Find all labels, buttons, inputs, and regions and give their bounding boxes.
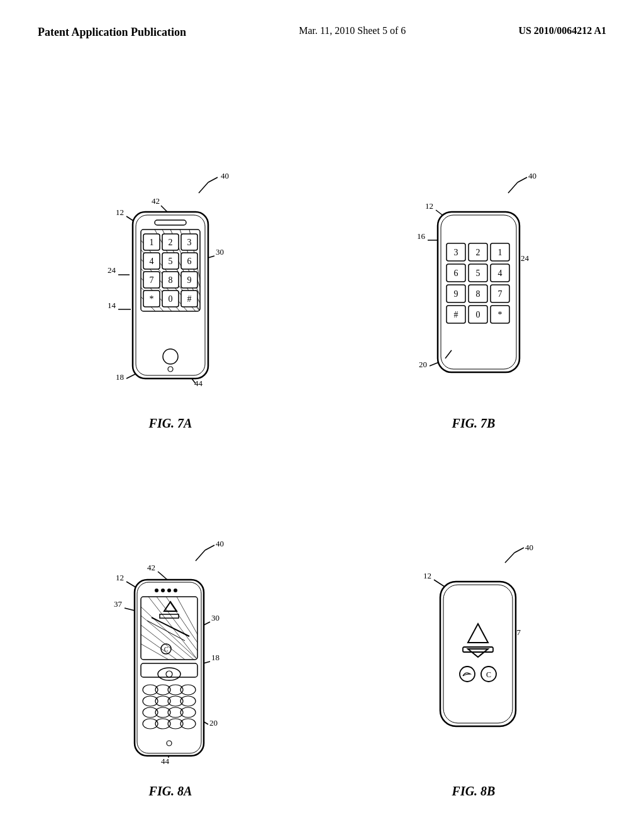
fig8b-svg: 40 12 27 C xyxy=(395,539,552,778)
svg-line-98 xyxy=(196,550,205,561)
svg-text:#: # xyxy=(454,310,458,319)
svg-text:18: 18 xyxy=(116,372,124,382)
svg-text:9: 9 xyxy=(454,289,458,299)
svg-text:40: 40 xyxy=(528,171,536,180)
figure-8b-cell: 40 12 27 C FIG. 8 xyxy=(328,450,619,805)
svg-text:40: 40 xyxy=(216,539,224,548)
svg-rect-121 xyxy=(141,597,197,660)
svg-text:*: * xyxy=(498,310,502,319)
svg-line-158 xyxy=(505,553,514,563)
svg-text:*: * xyxy=(150,294,154,304)
svg-text:6: 6 xyxy=(454,268,458,278)
svg-text:8: 8 xyxy=(169,275,173,285)
svg-text:24: 24 xyxy=(521,253,530,263)
svg-text:42: 42 xyxy=(147,563,155,572)
fig7b-label: FIG. 7B xyxy=(452,416,496,431)
figure-8a-cell: 40 42 12 37 30 18 20 44 xyxy=(25,450,316,805)
svg-text:3: 3 xyxy=(454,248,458,257)
svg-line-99 xyxy=(205,545,214,550)
svg-text:8: 8 xyxy=(476,289,480,299)
svg-text:30: 30 xyxy=(211,613,219,622)
svg-point-120 xyxy=(174,589,177,592)
svg-text:18: 18 xyxy=(211,653,219,662)
page-header: Patent Application Publication Mar. 11, … xyxy=(0,25,644,40)
svg-line-61 xyxy=(518,177,527,182)
svg-text:40: 40 xyxy=(221,171,229,180)
svg-text:37: 37 xyxy=(114,599,123,609)
svg-text:1: 1 xyxy=(498,248,502,257)
svg-text:16: 16 xyxy=(417,231,426,241)
svg-text:44: 44 xyxy=(161,756,170,766)
header-title: Patent Application Publication xyxy=(38,25,186,40)
svg-text:6: 6 xyxy=(187,257,192,266)
svg-text:0: 0 xyxy=(476,310,480,319)
svg-text:1: 1 xyxy=(150,238,154,247)
svg-rect-166 xyxy=(443,585,513,723)
svg-text:24: 24 xyxy=(108,265,116,275)
svg-text:40: 40 xyxy=(525,543,533,552)
svg-text:5: 5 xyxy=(169,257,173,266)
fig8a-label: FIG. 8A xyxy=(149,784,192,799)
svg-text:2: 2 xyxy=(476,248,480,257)
svg-point-117 xyxy=(155,589,158,592)
fig7a-svg: 40 42 12 24 30 14 18 44 xyxy=(92,171,249,410)
fig8a-svg: 40 42 12 37 30 18 20 44 xyxy=(92,539,249,778)
svg-text:4: 4 xyxy=(498,268,502,278)
svg-line-1 xyxy=(208,177,218,182)
svg-text:12: 12 xyxy=(423,571,431,580)
figure-7a-cell: 40 42 12 24 30 14 18 44 xyxy=(25,82,316,437)
fig7a-label: FIG. 7A xyxy=(149,416,192,431)
svg-text:9: 9 xyxy=(187,275,192,285)
figures-grid: 40 42 12 24 30 14 18 44 xyxy=(25,82,619,805)
svg-text:12: 12 xyxy=(425,201,433,211)
svg-line-101 xyxy=(158,572,167,580)
svg-text:44: 44 xyxy=(194,379,203,388)
svg-text:30: 30 xyxy=(216,247,224,257)
svg-point-119 xyxy=(167,589,171,592)
svg-line-60 xyxy=(508,182,518,193)
svg-line-0 xyxy=(199,182,208,193)
svg-text:42: 42 xyxy=(152,196,160,206)
svg-text:C: C xyxy=(486,670,491,679)
fig8b-label: FIG. 8B xyxy=(452,784,496,799)
svg-text:14: 14 xyxy=(108,301,116,310)
fig7b-svg: 40 12 16 24 20 3 2 1 xyxy=(395,171,552,410)
svg-text:5: 5 xyxy=(476,268,480,278)
svg-text:2: 2 xyxy=(169,238,173,247)
svg-text:20: 20 xyxy=(209,718,218,728)
svg-text:12: 12 xyxy=(116,208,124,217)
svg-text:3: 3 xyxy=(187,238,192,247)
svg-point-118 xyxy=(161,589,165,592)
svg-text:7: 7 xyxy=(498,289,502,299)
svg-text:C: C xyxy=(164,646,169,653)
svg-text:0: 0 xyxy=(169,294,173,304)
svg-text:20: 20 xyxy=(419,360,427,369)
figure-7b-cell: 40 12 16 24 20 3 2 1 xyxy=(328,82,619,437)
svg-text:12: 12 xyxy=(116,573,124,582)
svg-text:4: 4 xyxy=(150,257,154,266)
header-date-sheet: Mar. 11, 2010 Sheet 5 of 6 xyxy=(299,25,406,36)
svg-text:#: # xyxy=(187,294,192,304)
svg-line-159 xyxy=(514,548,524,553)
header-patent-number: US 2010/0064212 A1 xyxy=(518,25,606,36)
svg-text:7: 7 xyxy=(150,275,154,285)
